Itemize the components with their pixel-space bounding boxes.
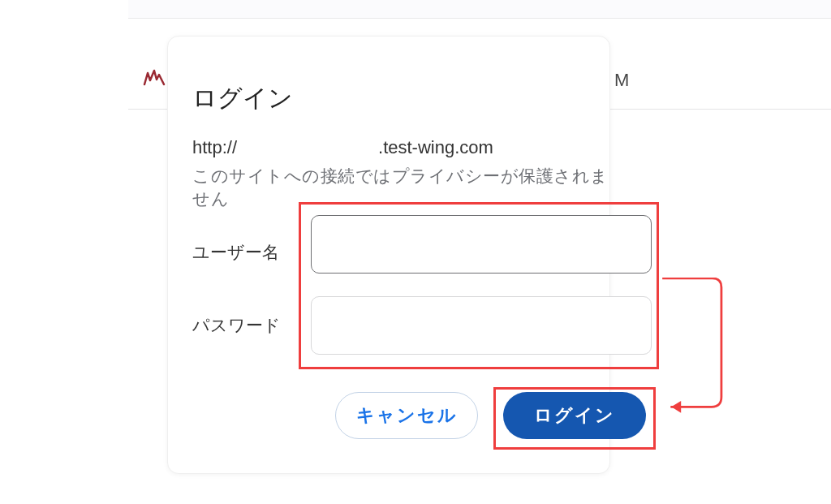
basic-auth-dialog: ログイン http://.test-wing.com このサイトへの接続ではプラ… bbox=[167, 36, 610, 474]
separator bbox=[128, 18, 831, 19]
login-button[interactable]: ログイン bbox=[503, 392, 646, 439]
url-redacted bbox=[237, 140, 378, 157]
username-input[interactable] bbox=[311, 215, 652, 274]
privacy-warning: このサイトへの接続ではプライバシーが保護されません bbox=[192, 165, 609, 210]
annotation-arrow-icon bbox=[659, 278, 726, 420]
dialog-url: http://.test-wing.com bbox=[192, 137, 493, 158]
dialog-title: ログイン bbox=[192, 82, 293, 115]
cancel-button[interactable]: キャンセル bbox=[335, 392, 478, 439]
toolbar-strip bbox=[128, 0, 831, 18]
url-suffix: .test-wing.com bbox=[378, 137, 493, 157]
nav-item-m[interactable]: M bbox=[614, 70, 629, 91]
password-label: パスワード bbox=[192, 314, 281, 337]
url-prefix: http:// bbox=[192, 137, 237, 157]
password-input[interactable] bbox=[311, 296, 652, 355]
username-label: ユーザー名 bbox=[192, 241, 279, 264]
site-logo-icon bbox=[143, 68, 166, 86]
